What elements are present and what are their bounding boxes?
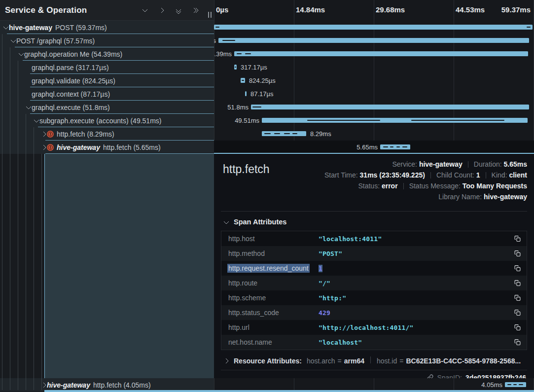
- timeline-row[interactable]: 49.51ms: [214, 114, 534, 127]
- chevron-right-icon[interactable]: [40, 145, 47, 149]
- resource-attributes-preview: host.arch=arm64host.id=BC62E13B-C4CC-585…: [307, 356, 521, 365]
- span-duration-bar[interactable]: [380, 144, 410, 149]
- copy-icon[interactable]: [513, 339, 521, 346]
- span-duration-bar[interactable]: [234, 51, 528, 56]
- timeline-row[interactable]: 51.8ms: [214, 101, 534, 114]
- attribute-row[interactable]: http.host"localhost:4011": [221, 231, 527, 246]
- span-duration-bar[interactable]: [218, 38, 529, 43]
- attribute-key-text: http.url: [227, 323, 250, 332]
- chevron-down-icon[interactable]: [18, 53, 24, 55]
- tree-row[interactable]: !http.fetch (8.29ms): [0, 127, 214, 141]
- meta-label: Library Name:: [438, 193, 484, 201]
- attribute-row[interactable]: net.host.name"localhost": [221, 335, 527, 350]
- attribute-value-text: "localhost:4011": [319, 235, 382, 243]
- error-status-icon: !: [47, 144, 54, 151]
- link-icon[interactable]: [427, 374, 433, 378]
- resource-attributes-row[interactable]: Resource Attributes: host.arch=arm64host…: [223, 356, 527, 365]
- attribute-key: http.scheme: [227, 294, 319, 302]
- panel-resize-handle-icon[interactable]: [208, 12, 212, 18]
- chevron-down-icon[interactable]: [25, 106, 32, 108]
- timeline-row[interactable]: 59.37ms: [214, 21, 534, 34]
- span-duration-bar[interactable]: [251, 105, 529, 109]
- copy-icon[interactable]: [513, 235, 521, 242]
- collapse-all-icon[interactable]: [175, 7, 181, 13]
- timeline-row[interactable]: 54.39ms: [214, 47, 534, 61]
- span-meta-line: Library Name: hive-gateway: [324, 191, 527, 202]
- indent-guide: [10, 47, 10, 390]
- tree-row[interactable]: subgraph.execute (accounts) (49.51ms): [0, 114, 214, 127]
- equals-sign: =: [338, 357, 342, 365]
- indent-guide: [2, 34, 2, 390]
- trace-tree-panel: hive-gatewayPOST (59.37ms)POST /graphql …: [0, 0, 214, 392]
- span-duration-bar[interactable]: [214, 25, 533, 30]
- meta-value: 1: [476, 171, 480, 179]
- tree-row[interactable]: graphql.validate (824.25µs): [0, 74, 214, 87]
- copy-icon[interactable]: [513, 250, 521, 257]
- copy-icon[interactable]: [513, 294, 521, 301]
- child-span-dash: [284, 133, 290, 134]
- timeline-row[interactable]: 5.65ms: [214, 141, 534, 154]
- span-attributes-table: http.host"localhost:4011"http.method"POS…: [221, 231, 527, 350]
- meta-label: Status:: [358, 182, 381, 190]
- tree-row[interactable]: hive-gatewayPOST (59.37ms): [0, 21, 214, 34]
- tree-row[interactable]: graphql.context (87.17µs): [0, 87, 214, 101]
- axis-tick-label: 44.53ms: [456, 5, 485, 14]
- tree-row[interactable]: graphql.execute (51.8ms): [0, 101, 214, 114]
- span-duration-bar[interactable]: [241, 78, 245, 83]
- chevron-down-icon[interactable]: [2, 26, 9, 29]
- child-span-dash: [383, 146, 388, 147]
- tree-row[interactable]: graphql.parse (317.17µs): [0, 61, 214, 74]
- timeline-row[interactable]: 8.29ms: [214, 127, 534, 141]
- span-duration-bar[interactable]: [505, 382, 526, 387]
- timeline-row[interactable]: 57.57ms: [214, 34, 534, 47]
- attribute-key-text: http.scheme: [227, 293, 267, 302]
- attribute-row[interactable]: http.scheme"http:": [221, 290, 527, 305]
- tree-row[interactable]: !hive-gatewayhttp.fetch (5.65ms): [0, 141, 214, 154]
- child-span-dash: [513, 384, 517, 385]
- timeline-row[interactable]: 4.05ms: [214, 378, 534, 392]
- collapse-one-icon[interactable]: [142, 9, 148, 11]
- attribute-key: http.host: [227, 235, 319, 243]
- attribute-value-text: "localhost": [319, 339, 362, 346]
- timeline-row[interactable]: 87.17µs: [214, 87, 534, 101]
- span-meta: Service: hive-gatewayDuration: 5.65msSta…: [324, 159, 527, 202]
- tree-row[interactable]: POST /graphql (57.57ms): [0, 34, 214, 47]
- copy-icon[interactable]: [513, 324, 521, 331]
- timeline-row[interactable]: 317.17µs: [214, 61, 534, 74]
- span-duration-bar[interactable]: [234, 65, 237, 70]
- service-name: hive-gateway: [47, 381, 90, 389]
- tree-panel-header: Service & Operation: [0, 0, 214, 21]
- expand-one-icon[interactable]: [158, 8, 165, 12]
- scroll-position-indicator[interactable]: [44, 390, 534, 392]
- expand-all-icon[interactable]: [192, 8, 198, 12]
- tree-row[interactable]: graphql.operation Me (54.39ms): [0, 47, 214, 61]
- chevron-down-icon[interactable]: [10, 39, 16, 42]
- attribute-row[interactable]: http.url"http://localhost:4011/": [221, 320, 527, 335]
- attribute-row[interactable]: http.status_code429: [221, 305, 527, 320]
- copy-icon[interactable]: [513, 309, 521, 316]
- span-attributes-header[interactable]: Span Attributes: [223, 218, 527, 226]
- child-span-dash: [402, 146, 407, 147]
- child-span-dash: [237, 53, 242, 54]
- copy-icon[interactable]: [513, 265, 521, 272]
- meta-label: Status Message:: [409, 182, 463, 190]
- timeline-row[interactable]: 824.25µs: [214, 74, 534, 87]
- axis-tick-label: 14.84ms: [296, 5, 325, 14]
- span-duration-bar[interactable]: [262, 118, 528, 123]
- attribute-row[interactable]: http.method"POST": [221, 246, 527, 261]
- child-span-dash: [507, 384, 511, 385]
- meta-label: Start Time:: [324, 171, 360, 179]
- span-duration-bar[interactable]: [262, 131, 306, 136]
- tree-row[interactable]: hive-gatewayhttp.fetch (4.05ms): [0, 378, 214, 392]
- chevron-right-icon[interactable]: [40, 132, 47, 136]
- meta-divider: [468, 161, 468, 168]
- span-operation-label: http.fetch (4.05ms): [93, 381, 151, 389]
- resource-value: arm64: [344, 357, 364, 365]
- attribute-row[interactable]: http.route"/": [221, 276, 527, 290]
- error-status-icon: !: [47, 131, 54, 138]
- span-duration-bar[interactable]: [245, 91, 247, 96]
- attribute-row[interactable]: http.request.resend_count1: [221, 261, 527, 276]
- chevron-down-icon[interactable]: [33, 119, 39, 122]
- copy-icon[interactable]: [513, 280, 521, 286]
- child-span-dash: [215, 27, 219, 28]
